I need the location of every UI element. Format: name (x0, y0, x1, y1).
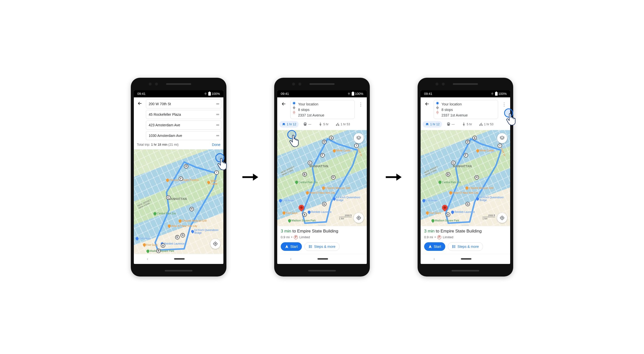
location-icon (491, 93, 494, 95)
nav-back-button[interactable]: ‹ (147, 257, 148, 261)
android-nav-bar: ‹ (134, 254, 223, 264)
android-nav-bar: ‹ (277, 254, 367, 264)
mode-walk[interactable]: 5 hr (459, 121, 474, 128)
map-scale: 2000 ft 1 km (482, 214, 495, 220)
directions-card[interactable]: Your location 8 stops 2337 1st Avenue (290, 100, 355, 119)
trip-summary: Total trip: 1 hr 18 min (21 mi) Done (134, 140, 223, 149)
poi-five-guys[interactable]: Five Guys (143, 243, 158, 246)
poi-five-guys[interactable]: Five Guys (426, 211, 441, 214)
mode-walk[interactable]: 5 hr (316, 121, 331, 128)
drag-handle-icon[interactable]: ═ (216, 102, 219, 106)
poi-cvs[interactable]: CVS Photo (279, 199, 294, 202)
more-options-button[interactable]: ⋮ (357, 100, 364, 109)
poi-chipotle[interactable]: Chipotle Mexican Grill (465, 186, 493, 189)
travel-mode-tabs: 1 hr 12 — 5 hr 1 hr 53 (421, 119, 510, 130)
poi-central-park-zoo[interactable]: Central Park Zoo (153, 212, 176, 215)
svg-point-11 (309, 245, 309, 246)
done-button[interactable]: Done (212, 143, 220, 147)
poi-chipotle[interactable]: Chipotle Mexican Grill (322, 186, 350, 189)
poi-hotel57[interactable]: Hotel 57 New York City (449, 191, 478, 194)
stop-row[interactable]: 1030 Amsterdam Ave ═ (146, 131, 221, 140)
poi-ed-koch-bridge[interactable]: Ed Koch Queensboro Bridge (333, 196, 367, 202)
drag-handle-icon[interactable]: ═ (216, 133, 219, 138)
start-navigation-button[interactable]: Start (424, 242, 445, 251)
start-label: Start (434, 245, 441, 249)
back-button[interactable] (136, 99, 144, 107)
nav-home-button[interactable] (317, 258, 328, 260)
more-options-button[interactable]: ⋮ (501, 100, 508, 109)
map-label-fdr: FDR Dr (500, 148, 506, 157)
poi-five-guys[interactable]: Five Guys (283, 211, 297, 214)
drag-handle-icon[interactable]: ═ (216, 112, 219, 117)
sheet-drag-handle[interactable] (461, 225, 469, 226)
map-label-nj: NEW JERSEY NEW YORK (137, 199, 153, 209)
layers-button[interactable] (354, 133, 364, 143)
nav-back-button[interactable]: ‹ (290, 257, 291, 261)
crosshair-icon (499, 215, 505, 221)
nav-back-button[interactable]: ‹ (433, 257, 435, 261)
parking-status: Limited (299, 235, 310, 239)
parking-icon: P (294, 235, 298, 239)
poi-hotel57[interactable]: Hotel 57 New York City (306, 191, 335, 194)
layers-icon (356, 135, 361, 141)
poi-white-castle[interactable]: White Castle (476, 149, 494, 152)
poi-white-castle[interactable]: White Castle (333, 149, 351, 152)
back-button[interactable] (423, 100, 431, 108)
svg-point-2 (215, 243, 216, 244)
arrow-left-icon (424, 101, 430, 107)
mode-drive-time: 1 hr 12 (287, 123, 296, 126)
my-location-button[interactable] (210, 239, 220, 249)
stop-dot-icon (293, 107, 295, 109)
stop-row[interactable]: 200 W 70th St ═ (146, 99, 221, 108)
nav-home-button[interactable] (461, 258, 471, 260)
poi-white-castle[interactable]: White Castle (207, 180, 223, 185)
mode-transit[interactable]: — (444, 121, 457, 128)
nav-home-button[interactable] (174, 258, 185, 260)
bottom-sheet[interactable]: 3 min to Empire State Building 0.9 mi • … (421, 226, 510, 254)
start-label: Start (290, 245, 298, 249)
steps-button[interactable]: Steps & more (448, 242, 483, 251)
battery-icon: 100% (208, 92, 220, 96)
stop-row[interactable]: 45 Rockefeller Plaza ═ (146, 110, 221, 119)
map-view[interactable]: MANHATTAN NEW JERSEY NEW YORK Central Pa… (134, 149, 223, 254)
directions-card[interactable]: Your location 8 stops 2337 1st Avenue (434, 100, 498, 119)
poi-cvs[interactable]: CVS Photo (422, 199, 437, 202)
back-button[interactable] (280, 100, 288, 108)
mode-drive[interactable]: 1 hr 12 (423, 121, 442, 128)
list-icon (309, 245, 313, 249)
poi-reinlieb[interactable]: Reinlieb Laurence (451, 211, 475, 214)
map-label-nj: NEW JERSEY NEW YORK (424, 165, 439, 176)
poi-madison-square[interactable]: Madison Square Park (431, 219, 459, 222)
my-location-button[interactable] (497, 213, 507, 223)
poi-madison-square[interactable]: Madison Square Park (288, 219, 316, 222)
poi-central-park-zoo[interactable]: Central Park Zoo (438, 181, 461, 184)
stops-list: 200 W 70th St ═ 45 Rockefeller Plaza ═ 4… (146, 99, 221, 140)
travel-mode-tabs: 1 hr 12 — 5 hr 1 hr 53 (277, 119, 367, 130)
drag-handle-icon[interactable]: ═ (216, 123, 219, 127)
steps-button[interactable]: Steps & more (304, 242, 340, 251)
layers-button[interactable] (497, 133, 507, 143)
poi-ed-koch-bridge[interactable]: Ed Koch Queensboro Bridge (191, 229, 223, 234)
parking-status: Limited (443, 235, 453, 239)
mode-bike[interactable]: 1 hr 53 (476, 121, 496, 128)
mode-drive[interactable]: 1 hr 12 (279, 121, 299, 128)
my-location-button[interactable] (354, 213, 364, 223)
phone-3: 09:41 100% Your location 8 (418, 78, 513, 277)
stop-row[interactable]: 423 Amsterdam Ave ═ (146, 121, 221, 130)
navigate-icon (428, 245, 432, 249)
poi-chipotle[interactable]: Chipotle Mexican Grill (179, 219, 207, 222)
bottom-sheet[interactable]: 3 min to Empire State Building 0.9 mi • … (277, 226, 367, 254)
map-view[interactable]: MANHATTAN NEW JERSEY NEW YORK FDR Dr Cen… (421, 130, 510, 226)
poi-ed-koch-bridge[interactable]: Ed Koch Queensboro Bridge (476, 196, 510, 202)
svg-point-16 (464, 123, 464, 123)
poi-central-park-zoo[interactable]: Central Park Zoo (295, 181, 318, 184)
sheet-drag-handle[interactable] (318, 225, 326, 226)
start-navigation-button[interactable]: Start (281, 242, 302, 251)
list-icon (452, 245, 456, 249)
poi-reinlieb[interactable]: Reinlieb Laurence (308, 211, 332, 214)
mode-transit[interactable]: — (301, 121, 314, 128)
mode-bike[interactable]: 1 hr 53 (333, 121, 352, 128)
poi-cvs[interactable]: CVS Photo (136, 237, 150, 240)
map-view[interactable]: MANHATTAN NEW JERSEY NEW YORK FDR Dr Cen… (277, 130, 367, 226)
poi-hotel57[interactable]: Hotel 57 New York City (168, 224, 197, 227)
